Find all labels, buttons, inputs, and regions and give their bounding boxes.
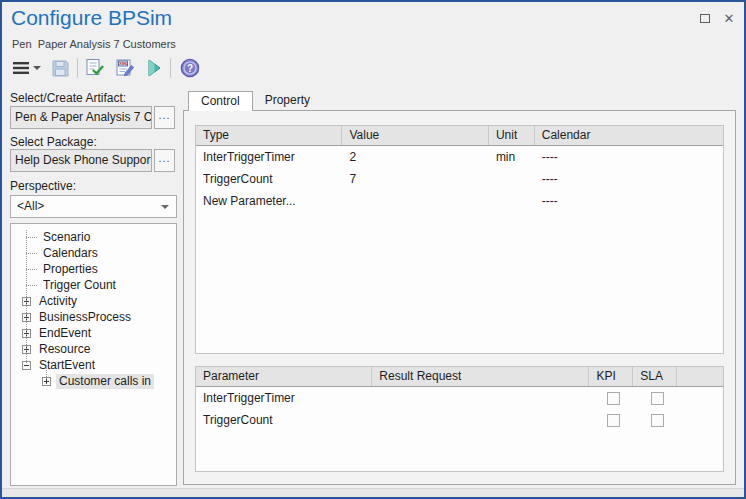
tree-connector [26, 269, 38, 270]
column-header[interactable]: Value [342, 126, 488, 145]
sla-checkbox[interactable] [651, 392, 664, 405]
kpi-checkbox[interactable] [607, 414, 620, 427]
hamburger-menu-icon [12, 61, 30, 75]
run-simulation-icon [145, 58, 163, 78]
save-icon [51, 59, 70, 78]
package-field[interactable]: Help Desk Phone Support Si [10, 149, 152, 172]
edit-xml-button[interactable]: XML [113, 56, 138, 80]
scenario-subtitle: Pen Paper Analysis 7 Customers [12, 38, 176, 50]
toolbar: XML ? [10, 55, 202, 81]
result-request-table: ParameterResult RequestKPISLAInterTrigge… [195, 366, 724, 472]
tab-property[interactable]: Property [253, 91, 322, 110]
tree-item-label: EndEvent [36, 326, 94, 341]
svg-text:?: ? [187, 63, 193, 74]
tree-connector [26, 237, 38, 238]
tree-item-label: Calendars [40, 246, 101, 261]
tree-item-label: Scenario [40, 230, 93, 245]
cell-kpi [591, 392, 635, 405]
save-button[interactable] [49, 56, 72, 80]
tree-item-businessprocess[interactable]: BusinessProcess [11, 309, 176, 325]
table-row[interactable]: TriggerCount [196, 409, 723, 431]
control-table: TypeValueUnitCalendarInterTriggerTimer2m… [195, 125, 724, 354]
tree-item-customer-calls-in[interactable]: Customer calls in [11, 373, 176, 389]
cell-sla [635, 392, 679, 405]
column-header[interactable]: Type [196, 126, 342, 145]
cell-type[interactable]: InterTriggerTimer [196, 150, 342, 164]
cell-value[interactable]: 7 [342, 172, 488, 186]
tree-guide-line [26, 230, 27, 364]
cell-type[interactable]: TriggerCount [196, 172, 342, 186]
cell-kpi [591, 414, 635, 427]
tree-item-scenario[interactable]: Scenario [11, 229, 176, 245]
cell-calendar[interactable]: ---- [535, 150, 723, 164]
chevron-down-icon [161, 205, 169, 209]
table-row[interactable]: InterTriggerTimer [196, 387, 723, 409]
column-header[interactable]: KPI [589, 367, 633, 386]
sla-checkbox[interactable] [651, 414, 664, 427]
kpi-checkbox[interactable] [607, 392, 620, 405]
maximize-button[interactable] [696, 10, 714, 26]
column-header[interactable]: Calendar [535, 126, 723, 145]
column-header[interactable]: SLA [633, 367, 677, 386]
cell-type[interactable]: New Parameter... [196, 194, 342, 208]
edit-xml-icon: XML [115, 58, 136, 78]
tree-item-label: BusinessProcess [36, 310, 134, 325]
run-simulation-button[interactable] [143, 56, 165, 80]
tree-item-startevent[interactable]: StartEvent [11, 357, 176, 373]
cell-sla [635, 414, 679, 427]
perspective-value: <All> [17, 199, 44, 213]
tab-control[interactable]: Control [188, 91, 253, 111]
chevron-down-icon [33, 66, 41, 70]
toolbar-separator [170, 58, 171, 78]
column-header[interactable]: Unit [489, 126, 535, 145]
table-header: ParameterResult RequestKPISLA [196, 367, 723, 387]
tree-connector [26, 253, 38, 254]
close-button[interactable]: ✕ [720, 10, 738, 26]
tree-connector [26, 285, 38, 286]
tree-item-trigger-count[interactable]: Trigger Count [11, 277, 176, 293]
svg-text:XML: XML [119, 61, 129, 66]
perspective-label: Perspective: [10, 179, 76, 193]
artifact-browse-button[interactable]: ... [154, 106, 175, 129]
tree-item-label: Activity [36, 294, 80, 309]
tree-item-label: Trigger Count [40, 278, 119, 293]
hamburger-menu-button[interactable] [10, 56, 43, 80]
help-button[interactable]: ? [178, 56, 202, 80]
tree-item-activity[interactable]: Activity [11, 293, 176, 309]
column-header[interactable]: Parameter [196, 367, 372, 386]
bpsim-tree: ScenarioCalendarsPropertiesTrigger Count… [10, 223, 177, 486]
help-icon: ? [180, 58, 200, 78]
footer-strip [2, 488, 744, 497]
column-header[interactable] [677, 367, 723, 386]
table-row[interactable]: InterTriggerTimer2min---- [196, 146, 723, 168]
table-header: TypeValueUnitCalendar [196, 126, 723, 146]
configure-bpsim-dialog: Configure BPSim Pen Paper Analysis 7 Cus… [0, 0, 746, 499]
cell-calendar[interactable]: ---- [535, 194, 723, 208]
package-label: Select Package: [10, 135, 97, 149]
tree-item-label: Resource [36, 342, 93, 357]
cell-unit[interactable]: min [489, 150, 535, 164]
tree-item-properties[interactable]: Properties [11, 261, 176, 277]
tree-guide-line [46, 368, 47, 380]
artifact-label: Select/Create Artifact: [10, 91, 126, 105]
tree-item-resource[interactable]: Resource [11, 341, 176, 357]
tree-item-label: Customer calls in [56, 374, 154, 389]
perspective-dropdown[interactable]: <All> [10, 195, 177, 218]
toolbar-separator [77, 58, 78, 78]
tab-bar: ControlProperty [188, 91, 322, 111]
cell-value[interactable]: 2 [342, 150, 488, 164]
table-row[interactable]: New Parameter...---- [196, 190, 723, 212]
table-row[interactable]: TriggerCount7---- [196, 168, 723, 190]
cell-parameter[interactable]: TriggerCount [196, 413, 373, 427]
page-title: Configure BPSim [11, 6, 172, 30]
tree-item-calendars[interactable]: Calendars [11, 245, 176, 261]
package-browse-button[interactable]: ... [154, 149, 175, 172]
artifact-field[interactable]: Pen & Paper Analysis 7 Cust [10, 106, 152, 129]
maximize-icon [700, 14, 710, 23]
tree-item-label: Properties [40, 262, 101, 277]
cell-parameter[interactable]: InterTriggerTimer [196, 391, 373, 405]
column-header[interactable]: Result Request [372, 367, 589, 386]
cell-calendar[interactable]: ---- [535, 172, 723, 186]
tree-item-endevent[interactable]: EndEvent [11, 325, 176, 341]
validate-button[interactable] [83, 56, 107, 80]
